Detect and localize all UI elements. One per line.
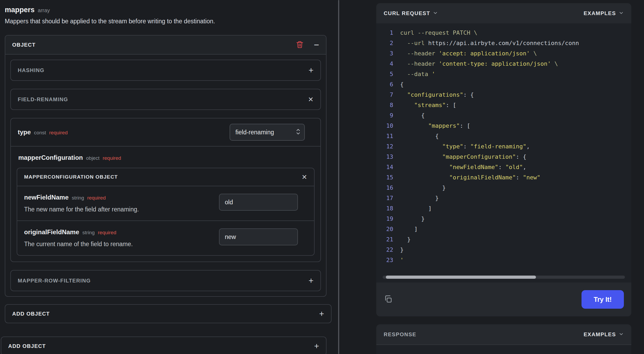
chevron-down-icon bbox=[619, 10, 624, 16]
code-line: 6{ bbox=[376, 79, 631, 90]
response-title: RESPONSE bbox=[384, 331, 416, 338]
code-line: 23' bbox=[376, 255, 631, 265]
response-header: RESPONSE EXAMPLES bbox=[376, 324, 631, 345]
field-renaming-body: type const required field-renaming bbox=[10, 118, 321, 262]
line-number: 19 bbox=[376, 214, 393, 224]
object-panel-body: HASHING + FIELD-RENAMING ✕ type const re… bbox=[5, 55, 326, 296]
response-body bbox=[376, 345, 631, 354]
field-description: The current name of the field to rename. bbox=[24, 241, 219, 248]
code-line: 10 "mappers": [ bbox=[376, 121, 631, 131]
code-line: 9 { bbox=[376, 110, 631, 121]
close-field-renaming-button[interactable]: ✕ bbox=[308, 96, 314, 103]
line-content: } bbox=[393, 234, 631, 245]
code-line: 7 "configurations": { bbox=[376, 90, 631, 100]
newFieldName-input[interactable] bbox=[219, 194, 298, 211]
pane-divider bbox=[338, 0, 339, 354]
originalFieldName-input[interactable] bbox=[219, 228, 298, 245]
expand-hashing-button[interactable]: + bbox=[308, 66, 314, 74]
code-line: 11 { bbox=[376, 131, 631, 141]
object-panel-header: OBJECT − bbox=[5, 36, 326, 55]
stepper-icon bbox=[296, 128, 301, 137]
line-number: 2 bbox=[376, 38, 393, 48]
field-row-originalFieldName: originalFieldName string required The cu… bbox=[17, 220, 314, 255]
mapper-configuration-kind: object bbox=[86, 155, 100, 161]
property-type: array bbox=[38, 7, 50, 14]
response-examples-label: EXAMPLES bbox=[584, 331, 616, 338]
type-field-row: type const required field-renaming bbox=[11, 118, 320, 147]
line-content: } bbox=[393, 214, 631, 224]
line-content: "mapperConfiguration": { bbox=[393, 152, 631, 162]
field-required: required bbox=[98, 230, 117, 236]
line-number: 20 bbox=[376, 224, 393, 234]
variant-field-renaming-header[interactable]: FIELD-RENAMING ✕ bbox=[10, 89, 321, 110]
add-object-inner-label: ADD OBJECT bbox=[12, 311, 50, 317]
code-line: 5 --data ' bbox=[376, 69, 631, 79]
line-number: 17 bbox=[376, 193, 393, 203]
line-number: 3 bbox=[376, 48, 393, 59]
field-kind: string bbox=[82, 230, 95, 236]
code-line: 1curl --request PATCH \ bbox=[376, 28, 631, 38]
type-select-value: field-renaming bbox=[235, 129, 296, 136]
mapper-configuration-panel: MAPPERCONFIGURATION OBJECT ✕ newFieldNam… bbox=[17, 168, 315, 256]
property-title: mappers array bbox=[5, 6, 332, 14]
line-content: --header 'accept: application/json' \ bbox=[393, 48, 631, 59]
mapper-configuration-panel-header: MAPPERCONFIGURATION OBJECT ✕ bbox=[17, 168, 314, 186]
line-number: 4 bbox=[376, 59, 393, 69]
curl-request-dropdown[interactable]: CURL REQUEST bbox=[384, 10, 438, 16]
variant-hashing-label: HASHING bbox=[18, 67, 44, 73]
code-line: 22} bbox=[376, 245, 631, 255]
property-description: Mappers that should be applied to the st… bbox=[5, 18, 332, 25]
line-content: "streams": [ bbox=[393, 100, 631, 110]
field-description: The new name for the field after renamin… bbox=[24, 206, 219, 213]
variant-mapper-row-filtering[interactable]: MAPPER-ROW-FILTERING + bbox=[10, 270, 321, 291]
response-examples-dropdown[interactable]: EXAMPLES bbox=[584, 331, 624, 338]
curl-request-card: CURL REQUEST EXAMPLES 1curl --request PA… bbox=[376, 3, 631, 316]
object-panel-actions: − bbox=[296, 40, 319, 49]
line-number: 11 bbox=[376, 131, 393, 141]
add-object-inner-plus[interactable]: + bbox=[319, 309, 324, 318]
collapse-object-button[interactable]: − bbox=[314, 40, 319, 49]
line-number: 1 bbox=[376, 28, 393, 38]
line-number: 16 bbox=[376, 183, 393, 193]
type-field-kind: const bbox=[34, 130, 46, 136]
line-content: ] bbox=[393, 224, 631, 234]
line-content: "mappers": [ bbox=[393, 121, 631, 131]
line-number: 23 bbox=[376, 255, 393, 265]
code-line: 3 --header 'accept: application/json' \ bbox=[376, 48, 631, 59]
variant-hashing[interactable]: HASHING + bbox=[10, 60, 321, 81]
line-content: { bbox=[393, 131, 631, 141]
line-content: curl --request PATCH \ bbox=[393, 28, 631, 38]
code-line: 21 } bbox=[376, 234, 631, 245]
code-line: 2 --url https://api.airbyte.com/v1/conne… bbox=[376, 38, 631, 48]
type-select[interactable]: field-renaming bbox=[230, 124, 305, 141]
response-card: RESPONSE EXAMPLES bbox=[376, 324, 631, 354]
line-number: 15 bbox=[376, 172, 393, 183]
page-root: mappers array Mappers that should be app… bbox=[0, 0, 644, 354]
curl-request-header: CURL REQUEST EXAMPLES bbox=[376, 3, 631, 23]
object-panel-title: OBJECT bbox=[12, 42, 35, 48]
line-content: --url https://api.airbyte.com/v1/connect… bbox=[393, 38, 631, 48]
horizontal-scrollbar-thumb[interactable] bbox=[386, 276, 536, 279]
expand-mapper-row-filtering-button[interactable]: + bbox=[308, 276, 314, 285]
code-line: 12 "type": "field-renaming", bbox=[376, 141, 631, 152]
line-number: 21 bbox=[376, 234, 393, 245]
mapper-configuration-name: mapperConfiguration bbox=[18, 154, 83, 161]
delete-object-button[interactable] bbox=[296, 41, 304, 49]
line-content: "type": "field-renaming", bbox=[393, 141, 631, 152]
copy-code-button[interactable] bbox=[384, 295, 393, 304]
field-meta: newFieldName string required bbox=[24, 194, 219, 201]
line-number: 9 bbox=[376, 110, 393, 121]
line-content: --header 'content-type: application/json… bbox=[393, 59, 631, 69]
close-mapper-configuration-button[interactable]: ✕ bbox=[302, 174, 307, 180]
mapper-configuration-section: mapperConfiguration object required MAPP… bbox=[11, 147, 320, 262]
add-object-outer-plus[interactable]: + bbox=[314, 342, 319, 350]
request-examples-dropdown[interactable]: EXAMPLES bbox=[584, 10, 624, 16]
code-block: 1curl --request PATCH \2 --url https://a… bbox=[376, 23, 631, 282]
line-number: 10 bbox=[376, 121, 393, 131]
field-info: originalFieldName string required The cu… bbox=[24, 228, 219, 248]
code-line: 13 "mapperConfiguration": { bbox=[376, 152, 631, 162]
add-object-outer[interactable]: ADD OBJECT + bbox=[1, 337, 327, 354]
code-line: 20 ] bbox=[376, 224, 631, 234]
add-object-inner[interactable]: ADD OBJECT + bbox=[5, 304, 332, 323]
try-it-button[interactable]: Try It! bbox=[582, 290, 624, 309]
